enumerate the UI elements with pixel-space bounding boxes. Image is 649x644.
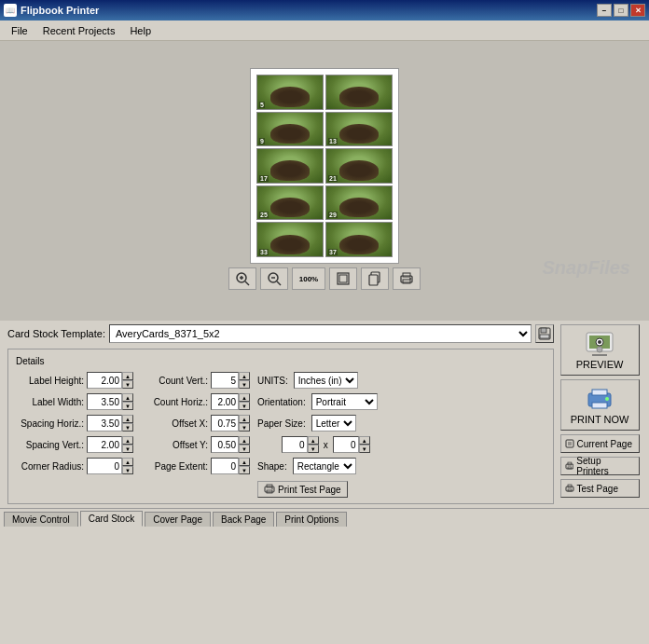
zoom-in-button[interactable]: [228, 267, 256, 290]
paper-h-up[interactable]: ▲: [359, 436, 370, 445]
current-page-button[interactable]: Current Page: [560, 434, 640, 453]
corner-radius-down[interactable]: ▼: [122, 466, 133, 474]
spacing-vert-value[interactable]: 2.00: [87, 436, 122, 453]
page-extent-input[interactable]: 0 ▲ ▼: [211, 458, 250, 474]
label-height-input[interactable]: 2.00 ▲ ▼: [87, 372, 133, 389]
paper-w-up[interactable]: ▲: [308, 436, 319, 445]
minimize-button[interactable]: −: [597, 4, 612, 17]
paper-w-down[interactable]: ▼: [308, 445, 319, 453]
corner-radius-input[interactable]: 0 ▲ ▼: [87, 458, 133, 474]
shape-row: Shape: Rectangle Rounded Oval: [257, 458, 379, 474]
spacing-horiz-value[interactable]: 3.50: [87, 415, 122, 432]
preview-button[interactable]: PREVIEW: [560, 324, 640, 376]
paper-h-value[interactable]: [333, 436, 359, 453]
zoom-out-button[interactable]: [260, 267, 288, 290]
paper-w-value[interactable]: [282, 436, 308, 453]
corner-radius-up[interactable]: ▲: [122, 458, 133, 466]
offset-x-down[interactable]: ▼: [239, 423, 250, 432]
corner-radius-value[interactable]: 0: [87, 458, 122, 474]
offset-x-value[interactable]: 0.75: [211, 415, 239, 432]
paper-preview: 5 9 13 17 21 25 29: [250, 68, 399, 264]
title-bar-controls[interactable]: − □ ✕: [597, 4, 645, 17]
label-width-down[interactable]: ▼: [122, 402, 133, 410]
offset-y-up[interactable]: ▲: [239, 436, 250, 445]
menu-recent-projects[interactable]: Recent Projects: [35, 23, 123, 38]
paper-w-input[interactable]: ▲ ▼: [282, 436, 319, 453]
count-vert-down[interactable]: ▼: [239, 380, 250, 389]
paper-cell-9: 33: [256, 222, 324, 257]
spacing-vert-down[interactable]: ▼: [122, 445, 133, 453]
label-height-down[interactable]: ▼: [122, 380, 133, 389]
setup-printers-button[interactable]: Setup Printers: [560, 457, 640, 475]
count-horiz-down[interactable]: ▼: [239, 402, 250, 410]
label-height-row: Label Height: 2.00 ▲ ▼: [14, 372, 133, 389]
svg-rect-29: [592, 390, 607, 395]
tab-card-stock[interactable]: Card Stock: [80, 511, 143, 527]
test-page-label: Test Page: [577, 484, 618, 494]
paper-h-input[interactable]: ▲ ▼: [333, 436, 370, 453]
test-page-button[interactable]: Test Page: [560, 479, 640, 498]
count-horiz-up[interactable]: ▲: [239, 393, 250, 402]
offset-y-input[interactable]: 0.50 ▲ ▼: [211, 436, 250, 453]
paper-cell-5: 17: [256, 148, 324, 184]
corner-radius-row: Corner Radius: 0 ▲ ▼: [14, 458, 133, 474]
svg-rect-37: [567, 467, 571, 469]
count-vert-up[interactable]: ▲: [239, 372, 250, 380]
offset-y-down[interactable]: ▼: [239, 445, 250, 453]
svg-point-31: [605, 397, 609, 401]
label-height-up[interactable]: ▲: [122, 372, 133, 380]
offset-x-up[interactable]: ▲: [239, 415, 250, 423]
paper-size-select[interactable]: Letter A4: [311, 415, 356, 432]
count-vert-value[interactable]: 5: [211, 372, 239, 389]
tab-cover-page[interactable]: Cover Page: [145, 512, 211, 527]
orientation-row: Orientation: Portrait Landscape: [257, 393, 379, 410]
shape-select[interactable]: Rectangle Rounded Oval: [293, 458, 356, 474]
tab-print-options[interactable]: Print Options: [276, 512, 347, 527]
offset-x-input[interactable]: 0.75 ▲ ▼: [211, 415, 250, 432]
menu-file[interactable]: File: [4, 23, 35, 38]
count-horiz-input[interactable]: 2.00 ▲ ▼: [211, 393, 250, 410]
label-width-up[interactable]: ▲: [122, 393, 133, 402]
fit-page-button[interactable]: [329, 267, 357, 290]
offset-y-row: Offset Y: 0.50 ▲ ▼: [141, 436, 250, 453]
spacing-horiz-up[interactable]: ▲: [122, 415, 133, 423]
tab-back-page[interactable]: Back Page: [213, 512, 274, 527]
page-extent-label: Page Extent:: [141, 461, 208, 472]
offset-y-value[interactable]: 0.50: [211, 436, 239, 453]
print-now-button[interactable]: PRINT NOW: [560, 379, 640, 431]
spacing-horiz-down[interactable]: ▼: [122, 423, 133, 432]
page-extent-value[interactable]: 0: [211, 458, 239, 474]
details-title: Details: [14, 356, 47, 366]
title-bar-left: 📖 Flipbook Printer: [4, 4, 99, 17]
svg-point-14: [409, 278, 411, 280]
cell-number-4: 13: [328, 138, 338, 144]
spacing-vert-input[interactable]: 2.00 ▲ ▼: [87, 436, 133, 453]
count-horiz-value[interactable]: 2.00: [211, 393, 239, 410]
template-select[interactable]: AveryCards_8371_5x2: [109, 324, 532, 343]
template-label: Card Stock Template:: [7, 328, 105, 339]
paper-h-down[interactable]: ▼: [359, 445, 370, 453]
maximize-button[interactable]: □: [614, 4, 628, 17]
save-template-button[interactable]: [535, 324, 554, 343]
offset-y-label: Offset Y:: [141, 440, 208, 450]
print-test-button[interactable]: Print Test Page: [257, 481, 348, 498]
label-width-value[interactable]: 3.50: [87, 393, 122, 410]
page-extent-up[interactable]: ▲: [239, 458, 250, 466]
page-extent-down[interactable]: ▼: [239, 466, 250, 474]
units-select[interactable]: Inches (in): [294, 372, 358, 389]
cell-number-5: 17: [259, 175, 269, 182]
zoom-100-button[interactable]: 100%: [292, 267, 325, 290]
menu-help[interactable]: Help: [122, 23, 159, 38]
print-toolbar-button[interactable]: [393, 267, 421, 290]
count-horiz-row: Count Horiz.: 2.00 ▲ ▼: [141, 393, 250, 410]
label-height-value[interactable]: 2.00: [87, 372, 122, 389]
close-button[interactable]: ✕: [630, 4, 645, 17]
copy-button[interactable]: [361, 267, 389, 290]
label-width-input[interactable]: 3.50 ▲ ▼: [87, 393, 133, 410]
tab-movie-control[interactable]: Movie Control: [4, 512, 78, 527]
app-icon: 📖: [4, 4, 17, 17]
count-vert-input[interactable]: 5 ▲ ▼: [211, 372, 250, 389]
orientation-select[interactable]: Portrait Landscape: [311, 393, 378, 410]
spacing-vert-up[interactable]: ▲: [122, 436, 133, 445]
spacing-horiz-input[interactable]: 3.50 ▲ ▼: [87, 415, 133, 432]
